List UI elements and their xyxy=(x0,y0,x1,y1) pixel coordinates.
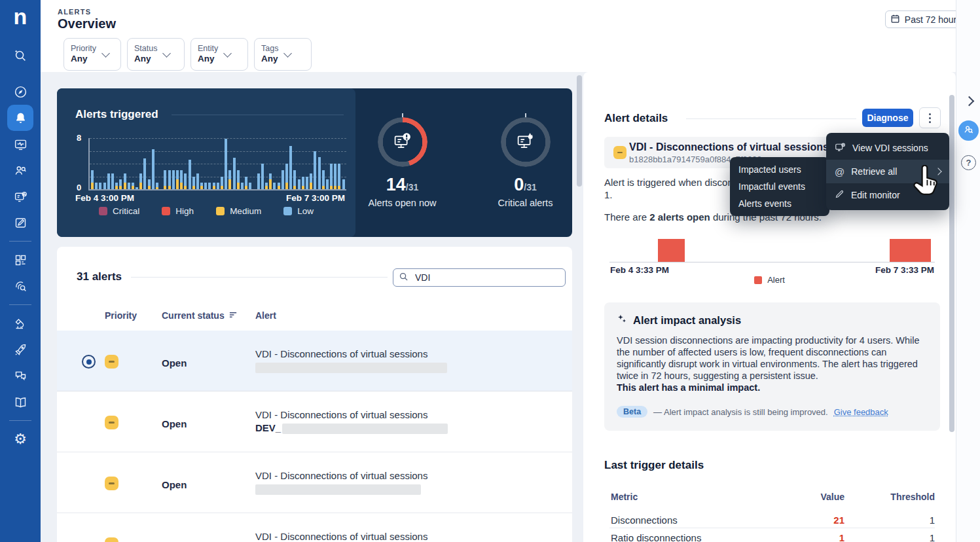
chart-bar xyxy=(293,138,296,189)
kpi-section: 14/31 Alerts open now 0/31 Critical aler… xyxy=(355,88,572,237)
bell-icon xyxy=(14,111,27,125)
alerts-summary-card: Alerts triggered 8 0 Feb 4 3:00 PM Feb 7… xyxy=(57,88,572,237)
chart-bar xyxy=(326,138,329,189)
breadcrumb: ALERTS xyxy=(58,8,91,16)
right-rail: ? xyxy=(956,0,980,542)
gear-icon: ⚙ xyxy=(14,432,27,446)
alerts-chart-bars xyxy=(91,138,345,189)
chart-bar xyxy=(228,138,231,189)
filter-priority[interactable]: PriorityAny xyxy=(64,38,121,71)
row-radio-selected[interactable] xyxy=(82,355,96,369)
table-row[interactable]: Open VDI - Disconnections of virtual ses… xyxy=(57,391,572,452)
search-icon xyxy=(399,272,408,284)
sidebar-item-diagnostics[interactable] xyxy=(7,310,33,336)
filter-entity[interactable]: EntityAny xyxy=(191,38,248,71)
priority-medium-badge xyxy=(613,146,626,159)
menu-item-impactful-events[interactable]: Impactful events xyxy=(730,178,829,195)
chart-title: Alerts triggered xyxy=(75,108,158,121)
column-header-threshold: Threshold xyxy=(583,492,935,502)
chart-bar xyxy=(314,138,316,189)
chart-bar xyxy=(204,138,207,189)
chart-bar xyxy=(139,138,142,189)
kebab-dropdown-menu: View VDI sessions @ Retrieve all Edit mo… xyxy=(826,133,949,210)
user-search-button[interactable] xyxy=(958,120,979,141)
collapse-panel-chevron-icon[interactable] xyxy=(964,96,975,107)
menu-item-edit-monitor[interactable]: Edit monitor xyxy=(826,183,949,207)
help-icon[interactable]: ? xyxy=(961,155,976,170)
timeline-alert-bar xyxy=(890,239,930,262)
status-text: Open xyxy=(162,357,187,369)
sidebar-item-applications[interactable] xyxy=(7,247,33,273)
alerts-search[interactable] xyxy=(393,268,566,287)
legend-item: High xyxy=(162,206,194,216)
chevron-down-icon xyxy=(284,49,293,58)
chart-bar xyxy=(200,138,203,189)
redacted-entity xyxy=(255,363,447,373)
alert-cell: VDI - Disconnections of virtual sessions xyxy=(255,348,447,373)
sidebar-item-monitoring[interactable] xyxy=(7,131,33,157)
sparkles-icon xyxy=(617,314,628,327)
chart-bar xyxy=(160,138,162,189)
table-row[interactable]: Open VDI - Disconnections of virtual ses… xyxy=(57,331,572,391)
chart-bar xyxy=(273,138,276,189)
filter-status[interactable]: StatusAny xyxy=(127,38,185,71)
column-header-alert[interactable]: Alert xyxy=(255,310,276,321)
sidebar-item-alerts[interactable] xyxy=(7,105,33,131)
menu-item-alerts-events[interactable]: Alerts events xyxy=(730,195,829,212)
chart-bar xyxy=(208,138,211,189)
chart-bar xyxy=(306,138,308,189)
details-scrollbar[interactable] xyxy=(949,95,954,432)
kebab-menu-button[interactable] xyxy=(919,107,941,128)
alert-timeline-chart xyxy=(609,238,935,262)
chart-bar xyxy=(281,138,284,189)
sidebar-item-workforce[interactable] xyxy=(7,157,33,183)
give-feedback-link[interactable]: Give feedback xyxy=(834,407,888,417)
time-range-button[interactable]: Past 72 hours xyxy=(885,10,966,28)
chevron-down-icon xyxy=(223,49,232,58)
search-input[interactable] xyxy=(414,272,560,283)
sidebar-item-library[interactable] xyxy=(7,389,33,415)
diagnose-button[interactable]: Diagnose xyxy=(862,109,913,127)
sidebar-item-remote-devices[interactable] xyxy=(7,183,33,209)
chart-bar xyxy=(253,138,256,189)
chart-bar xyxy=(322,138,325,189)
legend-item: Medium xyxy=(216,206,261,216)
monitor-pulse-icon xyxy=(14,137,27,151)
alert-cell: VDI - Disconnections of virtual sessions… xyxy=(255,409,448,434)
microscope-icon xyxy=(14,317,27,331)
sidebar-item-investigations[interactable] xyxy=(7,273,33,299)
sidebar-item-launch[interactable] xyxy=(7,336,33,363)
table-row[interactable]: Open VDI - Disconnections of virtual ses… xyxy=(57,513,572,542)
timeline-end-label: Feb 7 3:33 PM xyxy=(875,265,934,275)
menu-item-view-vdi-sessions[interactable]: View VDI sessions xyxy=(826,136,949,160)
table-row[interactable]: Open VDI - Disconnections of virtual ses… xyxy=(57,452,572,513)
at-icon: @ xyxy=(835,167,844,177)
chart-bar xyxy=(237,138,240,189)
menu-item-impacted-users[interactable]: Impacted users xyxy=(730,161,829,178)
menu-item-retrieve-all[interactable]: @ Retrieve all xyxy=(826,160,949,183)
sidebar-item-ai-search[interactable] xyxy=(7,43,33,69)
sidebar-item-settings[interactable]: ⚙ xyxy=(7,426,33,452)
chart-bar xyxy=(124,138,126,189)
sidebar-item-engage[interactable] xyxy=(7,363,33,389)
chart-bar xyxy=(245,138,247,189)
chart-bar xyxy=(302,138,304,189)
divider xyxy=(686,118,856,119)
chart-bar xyxy=(310,138,312,189)
chart-bar xyxy=(217,138,219,189)
status-text: Open xyxy=(162,418,187,429)
sidebar-item-campaigns[interactable] xyxy=(7,209,33,236)
chart-bar xyxy=(152,138,154,189)
chart-bar xyxy=(180,138,183,189)
column-header-status[interactable]: Current status xyxy=(162,310,238,321)
column-header-priority[interactable]: Priority xyxy=(105,310,137,321)
main-scrollbar[interactable] xyxy=(577,75,582,187)
impact-body: VDI session disconnections are impacting… xyxy=(617,335,930,394)
sidebar: n xyxy=(0,0,41,542)
priority-medium-badge xyxy=(105,416,118,429)
sidebar-item-explore[interactable] xyxy=(7,79,33,105)
x-axis-start-label: Feb 4 3:00 PM xyxy=(75,193,134,203)
filter-tags[interactable]: TagsAny xyxy=(254,38,312,71)
chart-bar xyxy=(318,138,321,189)
timeline-legend: Alert xyxy=(583,275,956,285)
